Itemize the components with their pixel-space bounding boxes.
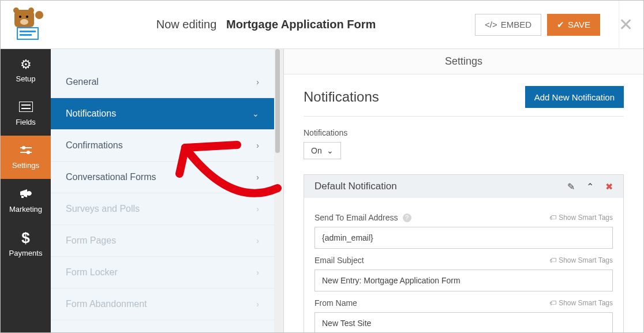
dollar-icon: $ (21, 230, 29, 245)
notifications-toggle[interactable]: On ⌄ (304, 142, 341, 159)
send-to-input[interactable] (314, 227, 613, 249)
chevron-right-icon: › (256, 204, 259, 214)
rail-item-marketing[interactable]: Marketing (1, 179, 51, 222)
embed-button[interactable]: </> EMBED (475, 14, 541, 36)
collapse-icon[interactable]: ⌃ (586, 181, 594, 192)
chevron-down-icon: ⌄ (252, 109, 259, 118)
app-logo (11, 8, 46, 42)
chevron-right-icon: › (256, 300, 259, 309)
gear-icon: ⚙ (20, 58, 32, 71)
top-bar: Now editing Mortgage Application Form </… (1, 1, 643, 49)
subject-input[interactable] (314, 270, 613, 291)
notifications-toggle-label: Notifications (304, 128, 624, 137)
chevron-right-icon: › (256, 141, 259, 150)
editing-prefix: Now editing (156, 18, 217, 31)
submenu-label: Form Pages (66, 235, 116, 246)
help-icon[interactable]: ? (403, 214, 411, 222)
send-to-label: Send To Email Address (314, 213, 398, 222)
rail-item-fields[interactable]: Fields (1, 92, 51, 136)
submenu-label: Notifications (66, 108, 116, 119)
close-icon[interactable]: ✕ (619, 16, 633, 33)
submenu-item-form-abandonment[interactable]: Form Abandonment › (51, 289, 274, 320)
list-icon (19, 102, 33, 114)
edit-icon[interactable]: ✎ (567, 181, 575, 192)
subject-label: Email Subject (314, 256, 364, 265)
left-rail: ⚙ Setup Fields Settings Marketing (1, 49, 51, 332)
smart-tags-label: Show Smart Tags (559, 256, 613, 264)
rail-label: Settings (12, 161, 39, 170)
breadcrumb: Settings (284, 49, 643, 74)
smart-tags-link[interactable]: 🏷 Show Smart Tags (549, 256, 613, 264)
rail-item-payments[interactable]: $ Payments (1, 222, 51, 265)
submenu-item-confirmations[interactable]: Confirmations › (51, 130, 274, 162)
from-name-input[interactable] (314, 312, 613, 332)
settings-submenu: General › Notifications ⌄ Confirmations … (51, 49, 284, 332)
submenu-item-form-pages[interactable]: Form Pages › (51, 225, 274, 257)
submenu-item-surveys-polls[interactable]: Surveys and Polls › (51, 193, 274, 225)
chevron-down-icon: ⌄ (327, 146, 334, 155)
page-title: Now editing Mortgage Application Form (57, 18, 475, 31)
smart-tags-label: Show Smart Tags (559, 214, 613, 222)
chevron-right-icon: › (256, 173, 259, 182)
submenu-item-general[interactable]: General › (51, 66, 274, 98)
rail-label: Setup (16, 74, 36, 83)
smart-tags-label: Show Smart Tags (559, 299, 613, 307)
add-notification-button[interactable]: Add New Notification (525, 86, 624, 108)
delete-icon[interactable]: ✖ (605, 181, 613, 192)
rail-label: Marketing (9, 205, 42, 214)
submenu-label: Conversational Forms (66, 172, 156, 182)
from-name-label: From Name (314, 298, 357, 308)
toggle-value: On (311, 146, 322, 155)
svg-point-6 (27, 151, 30, 154)
chevron-right-icon: › (256, 77, 259, 87)
submenu-item-conversational-forms[interactable]: Conversational Forms › (51, 162, 274, 193)
code-icon: </> (485, 20, 497, 29)
smart-tags-link[interactable]: 🏷 Show Smart Tags (549, 214, 613, 222)
submenu-label: Surveys and Polls (66, 204, 140, 214)
svg-rect-0 (19, 102, 33, 112)
sliders-icon (19, 145, 33, 158)
submenu-label: General (66, 77, 99, 87)
submenu-item-notifications[interactable]: Notifications ⌄ (51, 98, 274, 130)
submenu-label: Confirmations (66, 140, 123, 151)
tag-icon: 🏷 (549, 214, 556, 222)
save-label: SAVE (568, 20, 590, 29)
check-icon: ✔ (557, 20, 564, 30)
bullhorn-icon (19, 188, 33, 201)
chevron-right-icon: › (256, 236, 259, 245)
panel-title: Notifications (304, 89, 379, 105)
submenu-item-form-locker[interactable]: Form Locker › (51, 257, 274, 289)
svg-point-4 (22, 146, 25, 149)
chevron-right-icon: › (256, 268, 259, 277)
rail-label: Fields (16, 118, 36, 126)
rail-item-settings[interactable]: Settings (1, 136, 51, 179)
rail-label: Payments (9, 249, 43, 257)
card-title: Default Notification (314, 181, 397, 192)
notification-card: Default Notification ✎ ⌃ ✖ Send To Email… (304, 174, 624, 332)
tag-icon: 🏷 (549, 256, 556, 264)
rail-item-setup[interactable]: ⚙ Setup (1, 49, 51, 92)
embed-label: EMBED (501, 20, 531, 29)
scrollbar[interactable] (274, 49, 283, 332)
submenu-label: Form Locker (66, 267, 118, 278)
submenu-label: Form Abandonment (66, 299, 147, 309)
form-name: Mortgage Application Form (226, 18, 376, 31)
save-button[interactable]: ✔ SAVE (547, 14, 600, 36)
smart-tags-link[interactable]: 🏷 Show Smart Tags (549, 299, 613, 307)
add-notification-label: Add New Notification (534, 92, 615, 102)
tag-icon: 🏷 (549, 299, 556, 307)
